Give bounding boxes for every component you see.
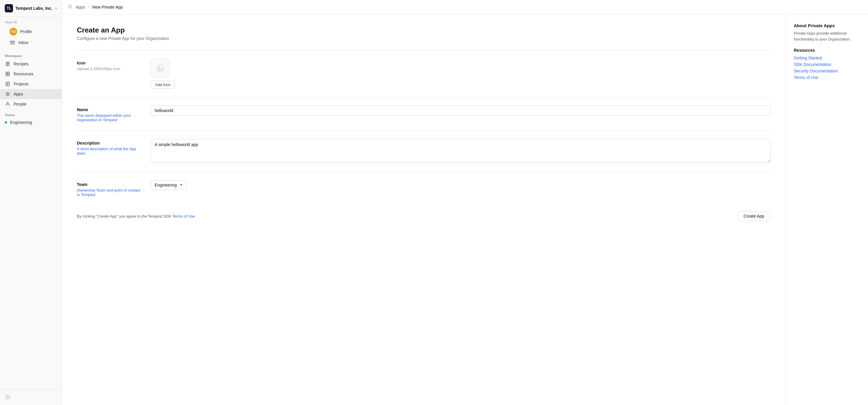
form-footer-text: By clicking "Create App" you agree to th… [77,214,195,218]
form-divider-1 [77,97,770,97]
svg-point-11 [8,94,9,95]
people-icon [5,101,11,107]
add-icon-button[interactable]: Add Icon [151,81,175,89]
main-wrapper: Apps / New Private App Create an App Con… [62,0,868,405]
svg-point-7 [7,93,8,93]
sidebar-item-inbox[interactable]: Inbox [5,37,57,48]
recipes-icon [5,61,11,67]
svg-point-15 [7,102,8,104]
svg-point-8 [8,93,9,93]
svg-point-6 [6,93,7,93]
description-textarea[interactable] [151,139,770,163]
svg-point-23 [68,7,69,8]
page-subtitle: Configure a new Private App for your Org… [77,36,770,41]
form-row-name: Name The name displayed within your orga… [77,105,770,122]
form-row-description: Description A short description of what … [77,139,770,163]
about-private-apps-title: About Private Apps [794,23,860,28]
org-logo: TL [5,4,13,12]
svg-rect-1 [6,72,8,74]
icon-label-desc: Upload a 256x256px icon [77,66,142,71]
svg-point-22 [71,6,72,7]
resources-icon [5,71,11,77]
topbar: Apps / New Private App [62,0,868,14]
svg-point-19 [71,5,72,6]
engineering-label: Engineering [10,120,32,125]
form-divider-top [77,50,770,51]
team-label-col: Team Ownership Team and point of contact… [77,180,142,197]
svg-point-21 [70,6,71,7]
svg-rect-4 [8,74,10,76]
chevron-down-icon: ▾ [55,6,57,10]
svg-point-17 [68,5,69,6]
about-private-apps-desc: Private Apps provide additional function… [794,30,860,42]
projects-label: Projects [13,82,29,86]
apps-label: Apps [13,92,23,96]
sidebar-item-apps[interactable]: Apps [0,89,62,99]
profile-label: Profile [20,29,32,34]
name-label-title: Name [77,107,142,112]
description-label-desc: A short description of what the App does [77,147,142,155]
form-section: Create an App Configure a new Private Ap… [62,14,785,405]
recipes-label: Recipes [13,61,29,66]
breadcrumb-current: New Private App [92,5,123,9]
name-input[interactable] [151,105,770,116]
sdk-documentation-link[interactable]: SDK Documentation [794,62,860,67]
sidebar-item-profile[interactable]: YO Profile [5,26,57,37]
sidebar-item-projects[interactable]: Projects [0,79,62,89]
breadcrumb-apps[interactable]: Apps [76,5,85,9]
svg-point-13 [7,95,8,96]
content-area: Create an App Configure a new Private Ap… [62,14,868,405]
terms-of-use-link[interactable]: Terms of Use [173,214,195,218]
svg-point-24 [70,7,71,8]
form-footer: By clicking "Create App" you agree to th… [77,205,770,221]
page-title: Create an App [77,26,770,34]
name-label-desc: The name displayed within your organizat… [77,113,142,122]
terms-of-use-right-link[interactable]: Terms of Use [794,75,860,80]
sidebar-item-people[interactable]: People [0,99,62,109]
icon-upload-area[interactable] [151,59,170,78]
team-select[interactable]: Engineering [151,180,187,190]
org-name: Tempest Labs, Inc. [16,6,53,11]
org-switcher[interactable]: TL Tempest Labs, Inc. ▾ [0,0,62,17]
form-divider-2 [77,130,770,131]
form-row-icon: Icon Upload a 256x256px icon Add Icon [77,59,770,89]
getting-started-link[interactable]: Getting Started [794,56,860,60]
team-label-desc: Ownership Team and point of contact in T… [77,188,142,197]
right-panel: About Private Apps Private Apps provide … [785,14,868,405]
sidebar-item-recipes[interactable]: Recipes [0,59,62,69]
sidebar-item-engineering[interactable]: Engineering [0,118,62,127]
description-label-col: Description A short description of what … [77,139,142,155]
settings-icon[interactable] [5,396,11,401]
security-documentation-link[interactable]: Security Documentation [794,69,860,73]
description-input-col [151,139,770,163]
topbar-grid-icon [68,4,72,9]
form-divider-3 [77,172,770,172]
svg-rect-3 [6,74,8,76]
create-app-button[interactable]: Create App [737,211,770,221]
svg-rect-0 [10,41,14,44]
svg-point-26 [157,65,164,72]
team-status-dot [5,121,7,124]
svg-point-27 [159,67,160,68]
teams-section-label: Teams [0,109,62,118]
description-label-title: Description [77,141,142,146]
svg-point-12 [6,95,7,96]
avatar: YO [9,28,17,35]
icon-label-col: Icon Upload a 256x256px icon [77,59,142,71]
sidebar-item-resources[interactable]: Resources [0,69,62,79]
people-label: People [13,102,27,106]
team-input-col: Engineering [151,180,770,190]
form-row-team: Team Ownership Team and point of contact… [77,180,770,197]
resources-label: Resources [13,71,33,76]
icon-label-title: Icon [77,61,142,65]
resources-title: Resources [794,48,860,53]
user-section: Yena Oh YO Profile Inbox [0,17,62,50]
svg-point-20 [68,6,69,7]
svg-point-25 [71,7,72,8]
workspace-section-label: Workspace [0,50,62,59]
svg-rect-2 [8,72,10,74]
svg-point-10 [7,94,8,95]
projects-icon [5,81,11,87]
name-label-col: Name The name displayed within your orga… [77,105,142,122]
svg-point-14 [8,95,9,96]
